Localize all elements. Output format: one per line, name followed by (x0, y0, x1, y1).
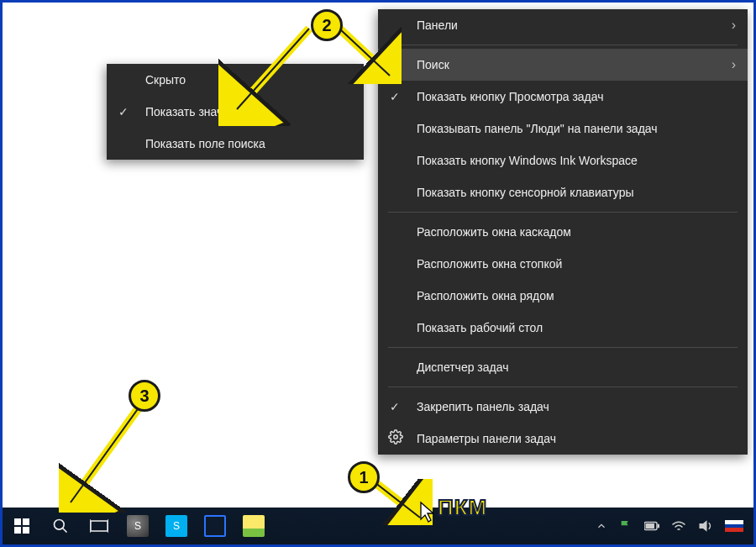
taskbar-app-generic-blue[interactable] (196, 508, 234, 544)
menu-item-people[interactable]: Показывать панель "Люди" на панели задач (378, 113, 748, 145)
svg-line-6 (63, 529, 67, 533)
menu-item-taskbar-settings[interactable]: Параметры панели задач (378, 423, 748, 455)
wifi-icon[interactable] (671, 520, 686, 532)
windows-logo-icon (14, 518, 29, 534)
menu-label: Скрыто (145, 73, 186, 87)
taskbar-app-skype[interactable]: S (157, 508, 196, 544)
menu-label: Диспетчер задач (417, 360, 509, 374)
taskbar-app-notepad[interactable] (234, 508, 273, 544)
annotation-arrow-3 (59, 403, 151, 513)
menu-separator (388, 347, 738, 348)
menu-label: Показать рабочий стол (417, 321, 543, 334)
search-icon (52, 518, 69, 534)
menu-item-task-manager[interactable]: Диспетчер задач (378, 351, 748, 383)
language-indicator-ru[interactable] (725, 520, 743, 532)
menu-item-lock-taskbar[interactable]: ✓ Закрепить панель задач (378, 391, 748, 423)
task-view-icon (90, 518, 108, 534)
menu-item-show-desktop[interactable]: Показать рабочий стол (378, 312, 748, 344)
taskbar-search-icon-button[interactable] (41, 508, 80, 544)
skype-icon: S (173, 520, 180, 532)
annotation-label-pkm: ПКМ (438, 495, 487, 521)
badge-number: 1 (359, 468, 368, 487)
check-icon: ✓ (118, 104, 129, 119)
menu-label: Расположить окна рядом (417, 289, 554, 302)
flag-icon[interactable] (619, 519, 633, 533)
badge-number: 2 (322, 16, 331, 35)
annotation-badge-1: 1 (348, 461, 380, 493)
annotation-badge-2: 2 (311, 9, 343, 41)
menu-separator (388, 387, 738, 387)
start-button[interactable] (3, 508, 41, 544)
badge-number: 3 (139, 387, 149, 406)
volume-icon[interactable] (698, 519, 713, 533)
chevron-up-icon[interactable] (596, 520, 607, 532)
annotation-arrow-2-right (334, 25, 402, 84)
menu-label: Расположить окна стопкой (417, 257, 562, 271)
menu-item-panels[interactable]: Панели › (378, 9, 748, 41)
menu-label: Параметры панели задач (417, 432, 556, 445)
menu-label: Показать кнопку Просмотра задач (417, 90, 604, 103)
svg-rect-1 (14, 518, 21, 525)
menu-label: Закрепить панель задач (417, 400, 549, 413)
check-icon: ✓ (390, 399, 400, 414)
svg-rect-2 (23, 518, 29, 525)
svg-point-5 (55, 520, 65, 530)
menu-label: Поиск (417, 58, 449, 71)
menu-label: Панели (417, 18, 458, 32)
menu-label: Показать кнопку сенсорной клавиатуры (417, 186, 634, 199)
annotation-arrow-2-left (218, 25, 319, 126)
chevron-right-icon: › (732, 57, 736, 72)
task-view-button[interactable] (80, 508, 118, 544)
menu-separator (388, 212, 738, 213)
annotation-badge-3: 3 (129, 380, 160, 412)
svg-rect-11 (646, 523, 655, 529)
chevron-right-icon: › (732, 18, 736, 33)
check-icon: ✓ (390, 89, 400, 104)
menu-item-side-by-side[interactable]: Расположить окна рядом (378, 280, 748, 312)
svg-marker-13 (700, 520, 707, 532)
taskbar-app-snagit[interactable]: S (118, 508, 157, 544)
app-glyph-icon: S (134, 520, 141, 532)
svg-rect-12 (658, 524, 659, 529)
submenu-item-show-field[interactable]: Показать поле поиска (107, 128, 364, 160)
menu-item-stacked[interactable]: Расположить окна стопкой (378, 248, 748, 280)
menu-label: Показать поле поиска (145, 137, 265, 150)
svg-point-0 (394, 435, 398, 439)
menu-item-touch-keyboard[interactable]: Показать кнопку сенсорной клавиатуры (378, 176, 748, 208)
taskbar-context-menu: Панели › Поиск › ✓ Показать кнопку Просм… (378, 9, 748, 455)
menu-item-task-view[interactable]: ✓ Показать кнопку Просмотра задач (378, 81, 748, 113)
svg-rect-4 (23, 527, 29, 534)
menu-item-search[interactable]: Поиск › (378, 49, 748, 81)
battery-icon[interactable] (644, 521, 659, 531)
system-tray (596, 508, 753, 544)
menu-item-ink-workspace[interactable]: Показать кнопку Windows Ink Workspace (378, 145, 748, 176)
svg-rect-7 (91, 521, 108, 531)
menu-separator (388, 45, 738, 45)
gear-icon (388, 429, 403, 448)
menu-label: Расположить окна каскадом (417, 225, 571, 239)
menu-label: Показать кнопку Windows Ink Workspace (417, 154, 638, 167)
cursor-icon (419, 501, 436, 523)
menu-label: Показывать панель "Люди" на панели задач (417, 122, 658, 135)
svg-rect-3 (14, 527, 21, 534)
menu-item-cascade[interactable]: Расположить окна каскадом (378, 216, 748, 248)
